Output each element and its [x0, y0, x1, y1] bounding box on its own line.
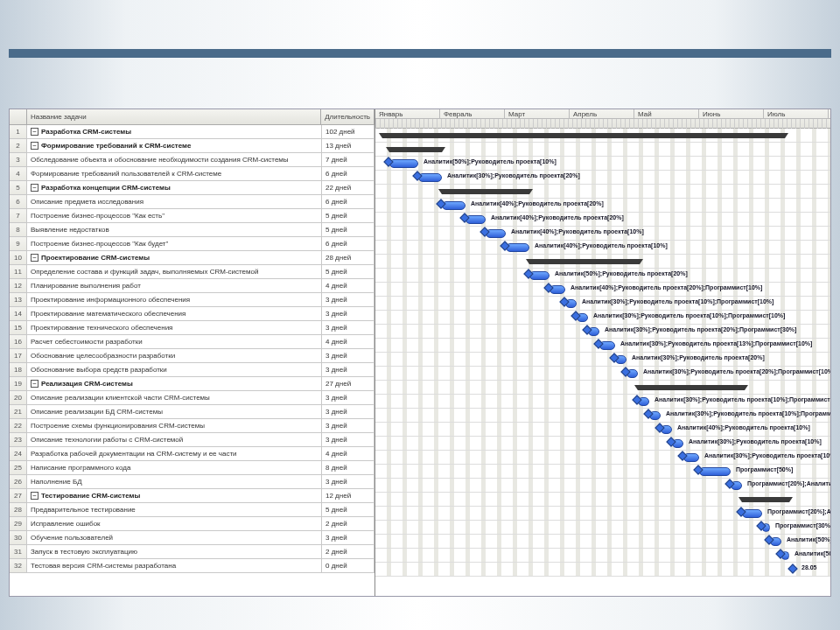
duration-cell: 4 дней	[322, 279, 374, 292]
table-row[interactable]: 7Построение бизнес-процессов "Как есть"5…	[10, 209, 374, 223]
gantt-row: Аналитик[30%];Руководитель проекта[20%];…	[375, 325, 830, 339]
summary-bar[interactable]	[529, 259, 640, 264]
row-id-cell: 27	[10, 489, 27, 502]
task-bar[interactable]	[672, 439, 683, 448]
table-row[interactable]: 6Описание предмета исследования6 дней	[10, 195, 374, 209]
summary-bar[interactable]	[742, 497, 789, 502]
task-bar[interactable]	[565, 299, 577, 308]
task-bar[interactable]	[781, 551, 789, 560]
duration-cell: 12 дней	[322, 489, 374, 502]
table-row[interactable]: 2−Формирование требований к CRM-системе1…	[10, 139, 374, 153]
table-row[interactable]: 8Выявление недостатков5 дней	[10, 223, 374, 237]
task-bar[interactable]	[486, 229, 506, 238]
table-row[interactable]: 19−Реализация CRM-системы27 дней	[10, 377, 374, 391]
task-bar[interactable]	[466, 215, 486, 224]
milestone-icon[interactable]	[788, 564, 797, 573]
task-bar[interactable]	[626, 369, 638, 378]
row-id-cell: 1	[10, 125, 27, 138]
task-bar[interactable]	[770, 537, 781, 546]
row-id-cell: 5	[10, 181, 27, 194]
table-row[interactable]: 12Планирование выполнения работ4 дней	[10, 279, 374, 293]
table-row[interactable]: 4Формирование требований пользователей к…	[10, 167, 374, 181]
collapse-toggle-icon[interactable]: −	[31, 492, 38, 500]
summary-bar[interactable]	[638, 385, 745, 390]
task-bar[interactable]	[529, 271, 550, 280]
task-name-cell: Определение состава и функций задач, вып…	[27, 265, 322, 278]
row-id-cell: 25	[10, 461, 27, 474]
resource-label: Аналитик[30%];Руководитель проекта[10%];…	[704, 452, 830, 458]
task-bar[interactable]	[550, 285, 565, 294]
summary-bar[interactable]	[442, 189, 529, 194]
table-row[interactable]: 9Построение бизнес-процессов "Как будет"…	[10, 237, 374, 251]
collapse-toggle-icon[interactable]: −	[31, 380, 38, 388]
task-bar[interactable]	[731, 481, 742, 490]
task-name-label: Тестовая версия CRM-системы разработана	[31, 562, 176, 570]
collapse-toggle-icon[interactable]: −	[31, 254, 38, 262]
duration-cell: 28 дней	[322, 251, 374, 264]
table-row[interactable]: 3Обследование объекта и обоснование необ…	[10, 153, 374, 167]
resource-label: Аналитик[30%];Руководитель проекта[20%]	[632, 354, 765, 360]
task-bar[interactable]	[683, 453, 699, 462]
table-row[interactable]: 15Проектирование технического обеспечени…	[10, 321, 374, 335]
duration-cell: 2 дней	[322, 517, 374, 530]
resource-label: Программист[20%];Аналитик[20%]	[767, 508, 830, 514]
task-name-cell: Обучение пользователей	[27, 531, 322, 544]
collapse-toggle-icon[interactable]: −	[31, 142, 38, 150]
collapse-toggle-icon[interactable]: −	[31, 184, 38, 192]
table-row[interactable]: 26Наполнение БД3 дней	[10, 475, 374, 489]
table-row[interactable]: 29Исправление ошибок2 дней	[10, 517, 374, 531]
gantt-row: Аналитик[50%];Руководитель проекта[20%]	[375, 269, 830, 283]
task-bar[interactable]	[699, 467, 731, 476]
task-bar[interactable]	[588, 327, 599, 336]
table-row[interactable]: 1−Разработка CRM-системы102 дней	[10, 125, 374, 139]
table-row[interactable]: 21Описание реализации БД CRM-системы3 дн…	[10, 405, 374, 419]
table-row[interactable]: 18Обоснование выбора средств разработки3…	[10, 363, 374, 377]
table-row[interactable]: 24Разработка рабочей документации на CRM…	[10, 447, 374, 461]
task-bar[interactable]	[599, 341, 615, 350]
table-row[interactable]: 25Написание программного кода8 дней	[10, 461, 374, 475]
task-bar[interactable]	[418, 173, 442, 182]
resource-label: Программист[50%]	[736, 466, 793, 472]
task-name-label: Обучение пользователей	[31, 534, 113, 542]
task-name-cell: Построение бизнес-процессов "Как будет"	[27, 237, 322, 250]
row-id-cell: 13	[10, 293, 27, 306]
task-bar[interactable]	[577, 313, 588, 322]
task-bar[interactable]	[615, 355, 626, 364]
task-name-cell: Разработка рабочей документации на CRM-с…	[27, 447, 322, 460]
table-row[interactable]: 27−Тестирование CRM-системы12 дней	[10, 489, 374, 503]
col-header-name: Название задачи	[27, 109, 321, 124]
duration-cell: 8 дней	[322, 461, 374, 474]
table-row[interactable]: 22Построение схемы функционирования CRM-…	[10, 419, 374, 433]
table-row[interactable]: 28Предварительное тестирование5 дней	[10, 503, 374, 517]
resource-label: Аналитик[50%]	[794, 550, 830, 556]
table-row[interactable]: 16Расчет себестоимости разработки4 дней	[10, 335, 374, 349]
task-name-cell: Проектирование технического обеспечения	[27, 321, 322, 334]
task-bar[interactable]	[661, 425, 672, 434]
duration-cell: 3 дней	[322, 475, 374, 488]
task-bar[interactable]	[742, 509, 762, 518]
table-row[interactable]: 10−Проектирование CRM-системы28 дней	[10, 251, 374, 265]
table-row[interactable]: 13Проектирование информационного обеспеч…	[10, 293, 374, 307]
table-row[interactable]: 14Проектирование математического обеспеч…	[10, 307, 374, 321]
table-row[interactable]: 11Определение состава и функций задач, в…	[10, 265, 374, 279]
month-cell: Январь	[375, 109, 440, 118]
table-row[interactable]: 30Обучение пользователей3 дней	[10, 531, 374, 545]
task-bar[interactable]	[762, 523, 770, 532]
table-row[interactable]: 32Тестовая версия CRM-системы разработан…	[10, 559, 374, 573]
task-bar[interactable]	[389, 159, 418, 168]
table-row[interactable]: 23Описание технологии работы с CRM-систе…	[10, 433, 374, 447]
gantt-row	[375, 493, 830, 507]
resource-label: Аналитик[30%];Руководитель проекта[20%]	[447, 172, 580, 178]
table-row[interactable]: 5−Разработка концепции CRM-системы22 дне…	[10, 181, 374, 195]
gantt-row: Аналитик[50%]	[375, 535, 830, 549]
collapse-toggle-icon[interactable]: −	[31, 128, 38, 136]
task-bar[interactable]	[638, 397, 649, 406]
table-row[interactable]: 20Описание реализации клиентской части C…	[10, 391, 374, 405]
task-bar[interactable]	[442, 201, 466, 210]
summary-bar[interactable]	[382, 133, 785, 138]
table-row[interactable]: 31Запуск в тестовую эксплуатацию2 дней	[10, 545, 374, 559]
task-bar[interactable]	[506, 243, 529, 252]
summary-bar[interactable]	[389, 147, 442, 152]
task-bar[interactable]	[649, 411, 661, 420]
table-row[interactable]: 17Обоснование целесообразности разработк…	[10, 349, 374, 363]
